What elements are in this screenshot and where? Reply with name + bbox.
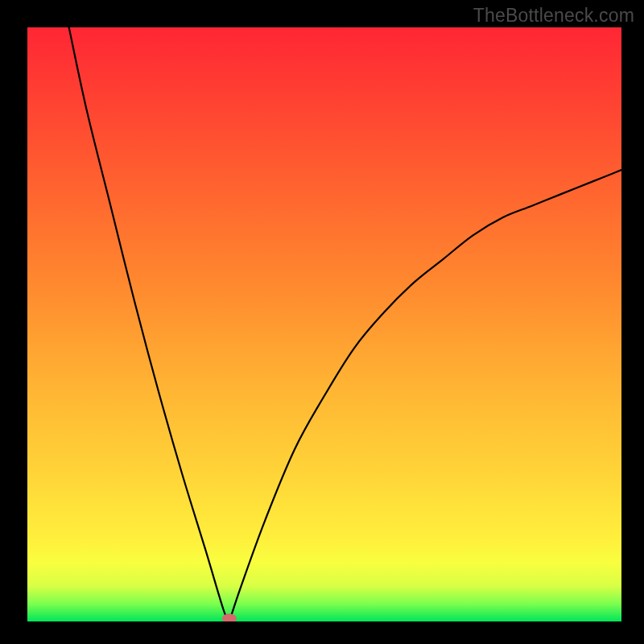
gradient-background bbox=[27, 27, 621, 621]
chart-plot-area bbox=[27, 27, 621, 621]
watermark-text: TheBottleneck.com bbox=[473, 5, 634, 27]
chart-svg bbox=[27, 27, 621, 621]
chart-frame: TheBottleneck.com bbox=[0, 0, 644, 644]
